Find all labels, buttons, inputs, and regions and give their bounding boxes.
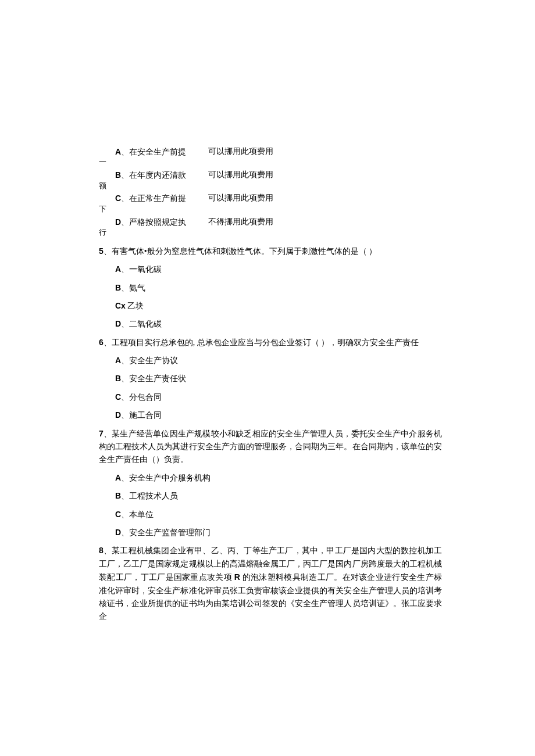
option-text: 、一氧化碳 bbox=[121, 265, 162, 274]
option-B: B、工程技术人员 bbox=[115, 489, 442, 503]
option-C-left-text: 、在正常生产前提 bbox=[121, 194, 186, 203]
question-4-options: A、在安全生产前提 可以挪用此项费用 一 B、在年度内还清款 可以挪用此项费用 … bbox=[115, 145, 442, 239]
option-text: 、工程技术人员 bbox=[121, 492, 178, 500]
option-text: 、安全生产中介服务机构 bbox=[121, 474, 211, 482]
option-row: B、在年度内还清款 可以挪用此项费用 bbox=[115, 169, 442, 182]
question-text-R: R bbox=[234, 572, 240, 582]
option-label: B bbox=[115, 374, 121, 383]
question-text: 、有害气体•般分为窒息性气体和刺激性气体。下列属于刺激性气体的是（ ） bbox=[104, 247, 377, 256]
question-text: 、某生产经营单位因生产规模较小和缺乏相应的安全生产管理人员，委托安全生产中介服务… bbox=[99, 429, 442, 464]
question-6-stem: 6、工程项目实行总承包的, 总承包企业应当与分包企业签订（ ），明确双方安全生产… bbox=[99, 336, 442, 349]
question-text: 、工程项目实行总承包的, 总承包企业应当与分包企业签订（ ），明确双方安全生产责… bbox=[104, 338, 419, 347]
option-A-right: 可以挪用此项费用 bbox=[208, 145, 442, 159]
option-C-left: C、在正常生产前提 bbox=[115, 192, 208, 205]
question-5-options: A、一氧化碳 B、氨气 Cx 乙块 D、二氧化碳 bbox=[115, 263, 442, 331]
option-label: D bbox=[115, 319, 121, 328]
option-label: D bbox=[115, 528, 121, 537]
option-B: B、氨气 bbox=[115, 281, 442, 295]
question-number: 6 bbox=[99, 338, 104, 347]
option-D: D、施工合同 bbox=[115, 409, 442, 422]
option-D-left: D、严格按照规定执 bbox=[115, 216, 208, 229]
question-7-options: A、安全生产中介服务机构 B、工程技术人员 C、本单位 D、安全生产监督管理部门 bbox=[115, 471, 442, 540]
option-C: Cx 乙块 bbox=[115, 299, 442, 313]
option-label: D bbox=[115, 410, 121, 420]
question-8-stem: 8、某工程机械集团企业有甲、乙、丙、丁等生产工厂，其中，甲工厂是国内大型的数控机… bbox=[99, 544, 442, 623]
option-A: A、安全生产协议 bbox=[115, 354, 442, 367]
option-text: 、安全生产责任状 bbox=[121, 374, 186, 383]
question-number: 8 bbox=[99, 546, 104, 555]
option-C-right: 可以挪用此项费用 bbox=[208, 192, 442, 205]
option-row: A、在安全生产前提 可以挪用此项费用 bbox=[115, 145, 442, 159]
option-A: A、一氧化碳 bbox=[115, 263, 442, 276]
option-text: 、安全生产协议 bbox=[121, 356, 178, 365]
option-text: 、氨气 bbox=[121, 284, 145, 292]
question-5-stem: 5、有害气体•般分为窒息性气体和刺激性气体。下列属于刺激性气体的是（ ） bbox=[99, 245, 442, 258]
option-D: D、安全生产监督管理部门 bbox=[115, 526, 442, 539]
option-label: C bbox=[115, 510, 121, 519]
option-text: 、二氧化碳 bbox=[121, 320, 162, 328]
option-B-left: B、在年度内还清款 bbox=[115, 169, 208, 182]
option-D-right: 不得挪用此项费用 bbox=[208, 216, 442, 229]
option-label: A bbox=[115, 356, 121, 365]
option-label: Cx bbox=[115, 301, 126, 310]
option-text: 乙块 bbox=[126, 302, 144, 310]
option-label: A bbox=[115, 473, 121, 482]
option-C: C、分包合同 bbox=[115, 390, 442, 404]
option-D-left-text: 、严格按照规定执 bbox=[121, 218, 186, 227]
option-B-right: 可以挪用此项费用 bbox=[208, 169, 442, 182]
question-7-stem: 7、某生产经营单位因生产规模较小和缺乏相应的安全生产管理人员，委托安全生产中介服… bbox=[99, 427, 442, 467]
question-number: 7 bbox=[99, 429, 104, 438]
option-B: B、安全生产责任状 bbox=[115, 372, 442, 385]
option-row: C、在正常生产前提 可以挪用此项费用 bbox=[115, 192, 442, 205]
option-text: 、本单位 bbox=[121, 510, 154, 519]
option-row: D、严格按照规定执 不得挪用此项费用 bbox=[115, 216, 442, 229]
option-A-left: A、在安全生产前提 bbox=[115, 145, 208, 159]
option-A-left-text: 、在安全生产前提 bbox=[121, 148, 186, 156]
option-label: C bbox=[115, 392, 121, 402]
option-text: 、安全生产监督管理部门 bbox=[121, 528, 211, 537]
question-6-options: A、安全生产协议 B、安全生产责任状 C、分包合同 D、施工合同 bbox=[115, 354, 442, 422]
option-label: B bbox=[115, 283, 121, 292]
option-A: A、安全生产中介服务机构 bbox=[115, 471, 442, 485]
option-B-left-text: 、在年度内还清款 bbox=[121, 171, 186, 180]
option-label: B bbox=[115, 491, 121, 500]
option-label: A bbox=[115, 264, 121, 274]
question-number: 5 bbox=[99, 246, 104, 256]
option-C: C、本单位 bbox=[115, 508, 442, 521]
option-text: 、施工合同 bbox=[121, 411, 162, 420]
option-D: D、二氧化碳 bbox=[115, 317, 442, 331]
option-text: 、分包合同 bbox=[121, 393, 162, 402]
